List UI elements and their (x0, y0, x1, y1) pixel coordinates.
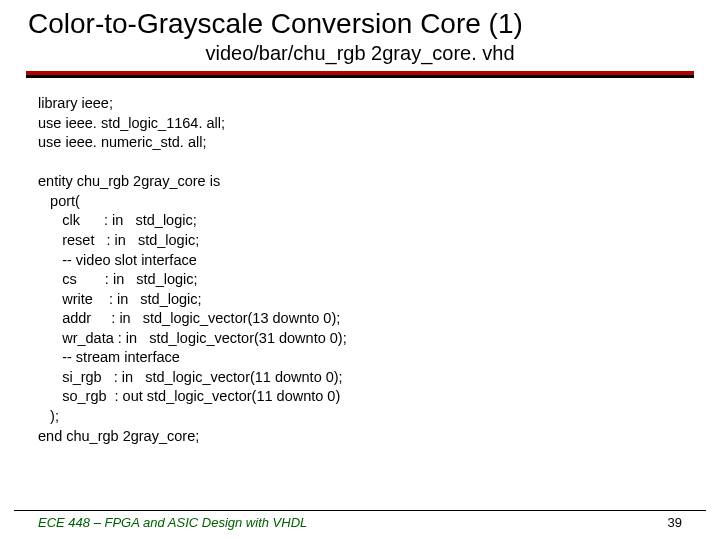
code-block: library ieee; use ieee. std_logic_1164. … (0, 88, 720, 446)
divider-black (26, 75, 694, 78)
footer-course: ECE 448 – FPGA and ASIC Design with VHDL (38, 515, 307, 530)
slide-footer: ECE 448 – FPGA and ASIC Design with VHDL… (14, 510, 706, 530)
slide-subtitle: video/bar/chu_rgb 2gray_core. vhd (0, 42, 720, 71)
title-divider (26, 71, 694, 78)
slide-title: Color-to-Grayscale Conversion Core (1) (0, 0, 720, 42)
footer-page-number: 39 (668, 515, 682, 530)
